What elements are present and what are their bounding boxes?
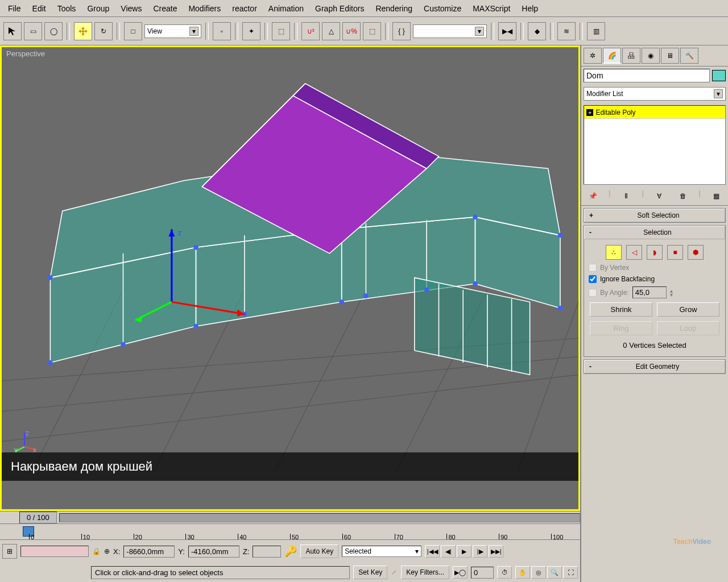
shrink-button[interactable]: Shrink [590, 302, 652, 317]
perspective-viewport[interactable]: Perspective [0, 45, 580, 511]
percent-snap-button[interactable]: ∪% [342, 22, 361, 40]
y-coord-input[interactable] [188, 546, 239, 558]
configure-sets-button[interactable]: ▦ [708, 189, 724, 203]
soft-selection-rollout[interactable]: + Soft Selection [584, 209, 725, 222]
frame-counter[interactable]: 0 / 100 [19, 512, 57, 523]
select-manipulate-button[interactable]: ✦ [242, 22, 260, 40]
menu-rendering[interactable]: Rendering [371, 2, 417, 15]
pin-stack-button[interactable]: 📌 [585, 189, 601, 203]
arc-rotate-button[interactable]: ◎ [531, 566, 546, 579]
key-filters-dropdown[interactable]: Selected▾ [342, 546, 421, 557]
vertex-subobj-button[interactable]: ∴ [606, 245, 622, 260]
select-object-button[interactable] [3, 22, 22, 40]
transform-type-button[interactable]: ⊕ [104, 547, 110, 555]
edge-subobj-button[interactable]: ◁ [626, 245, 642, 260]
goto-start-button[interactable]: |◀◀ [425, 545, 440, 558]
display-tab[interactable]: 🖥 [661, 48, 679, 64]
svg-point-34 [363, 293, 369, 298]
menu-grapheditors[interactable]: Graph Editors [311, 2, 369, 15]
polygon-subobj-button[interactable]: ■ [667, 245, 683, 260]
current-frame-input[interactable] [471, 567, 494, 579]
menu-edit[interactable]: Edit [28, 2, 51, 15]
ignore-backfacing-label: Ignore Backfacing [600, 275, 655, 283]
select-region-circle-button[interactable]: ◯ [44, 22, 63, 40]
border-subobj-button[interactable]: ◗ [647, 245, 663, 260]
snap-toggle-button[interactable]: ∪³ [301, 22, 320, 40]
utilities-tab[interactable]: 🔨 [680, 48, 698, 64]
angle-spinner[interactable]: ▴▾ [670, 289, 673, 297]
angle-input[interactable] [632, 286, 667, 298]
edit-geometry-rollout[interactable]: - Edit Geometry [584, 360, 725, 373]
modifier-list-dropdown[interactable]: Modifier List▾ [584, 87, 726, 101]
timeline-ruler[interactable]: 0 10 20 30 40 50 60 70 80 90 100 [0, 524, 580, 540]
select-region-rect-button[interactable]: ▭ [24, 22, 42, 40]
select-and-move-button[interactable] [74, 22, 92, 40]
next-frame-button[interactable]: |▶ [473, 545, 487, 558]
lock-icon[interactable]: 🔒 [92, 547, 101, 555]
object-name-input[interactable] [584, 69, 710, 82]
menu-maxscript[interactable]: MAXScript [468, 2, 515, 15]
object-color-swatch[interactable] [712, 70, 726, 81]
svg-point-26 [473, 215, 478, 220]
mirror-button[interactable]: ▶◀ [498, 22, 516, 40]
ignore-backfacing-checkbox[interactable] [589, 275, 597, 283]
remove-modifier-button[interactable]: 🗑 [675, 189, 691, 203]
select-and-scale-button[interactable]: □ [124, 22, 142, 40]
menu-create[interactable]: Create [148, 2, 181, 15]
named-selection-dropdown[interactable]: ▾ [413, 24, 487, 38]
by-vertex-checkbox [589, 264, 597, 272]
menu-file[interactable]: File [3, 2, 26, 15]
curve-editor-button[interactable]: ▥ [587, 22, 605, 40]
svg-point-30 [339, 300, 344, 305]
auto-key-button[interactable]: Auto Key [300, 544, 338, 558]
zoom-button[interactable]: 🔍 [547, 566, 562, 579]
x-coord-input[interactable] [123, 546, 175, 558]
time-config-button[interactable]: ⏱ [497, 566, 512, 579]
menu-group[interactable]: Group [82, 2, 114, 15]
menu-animation[interactable]: Animation [264, 2, 308, 15]
menu-views[interactable]: Views [116, 2, 146, 15]
goto-end-button[interactable]: ▶▶| [489, 545, 503, 558]
timeline-config-button[interactable]: ⊞ [2, 544, 17, 559]
key-tangent-icon[interactable]: ⟋ [391, 568, 398, 576]
menu-modifiers[interactable]: Modifiers [184, 2, 225, 15]
align-button[interactable]: ◆ [528, 22, 546, 40]
set-key-button[interactable]: Set Key [353, 566, 387, 579]
key-mode-button[interactable]: ▶◯ [453, 566, 468, 579]
watermark-logo: TeachVideo [673, 530, 711, 548]
menu-help[interactable]: Help [517, 2, 543, 15]
selection-rollout[interactable]: - Selection [584, 226, 725, 239]
z-coord-input[interactable] [253, 546, 281, 558]
menu-customize[interactable]: Customize [419, 2, 466, 15]
element-subobj-button[interactable]: ⬢ [688, 245, 704, 260]
make-unique-button[interactable]: ∀ [651, 189, 667, 203]
prev-frame-button[interactable]: ◀| [441, 545, 456, 558]
named-selection-button[interactable]: { } [392, 22, 411, 40]
select-and-rotate-button[interactable]: ↻ [94, 22, 113, 40]
keyboard-shortcut-button[interactable]: ⬚ [272, 22, 290, 40]
modify-tab[interactable]: 🌈 [603, 48, 621, 64]
spinner-snap-button[interactable]: ⬚ [363, 22, 381, 40]
svg-text:z: z [26, 430, 29, 437]
hierarchy-tab[interactable]: 品 [622, 48, 640, 64]
menu-bar: File Edit Tools Group Views Create Modif… [0, 0, 728, 17]
modifier-stack[interactable]: +Editable Poly [584, 105, 726, 185]
use-center-button[interactable]: ▫ [213, 22, 231, 40]
key-filters-button[interactable]: Key Filters... [401, 566, 449, 579]
reference-coord-dropdown[interactable]: View▾ [144, 24, 201, 38]
by-angle-label: By Angle: [600, 289, 629, 297]
motion-tab[interactable]: ◉ [642, 48, 660, 64]
time-slider[interactable] [59, 513, 580, 522]
play-button[interactable]: ▶ [457, 545, 471, 558]
modifier-editable-poly[interactable]: +Editable Poly [584, 106, 725, 119]
grow-button[interactable]: Grow [657, 302, 719, 317]
track-bar[interactable] [20, 546, 89, 557]
layers-button[interactable]: ≋ [557, 22, 576, 40]
create-tab[interactable]: ✲ [584, 48, 602, 64]
angle-snap-button[interactable]: △ [322, 22, 340, 40]
maximize-viewport-button[interactable]: ⛶ [563, 566, 578, 579]
show-end-result-button[interactable]: Ⅱ [618, 189, 634, 203]
menu-reactor[interactable]: reactor [228, 2, 262, 15]
pan-view-button[interactable]: ✋ [515, 566, 530, 579]
menu-tools[interactable]: Tools [53, 2, 81, 15]
